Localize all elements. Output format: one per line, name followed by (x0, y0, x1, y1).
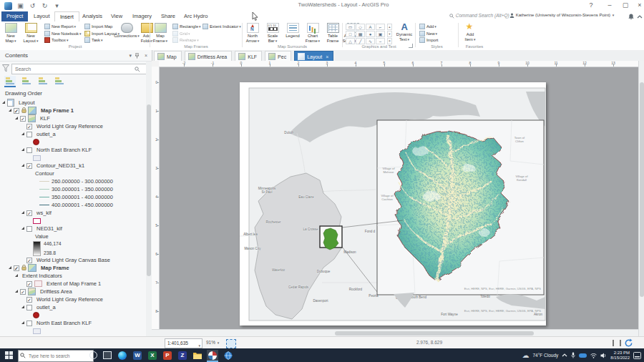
tray-expand-icon[interactable] (562, 353, 567, 357)
ribbon-tab-analysis[interactable]: Analysis (77, 11, 107, 21)
layer-row[interactable]: Value (0, 233, 142, 240)
arcgis-pro-taskbar-icon[interactable] (207, 350, 218, 362)
visibility-checkbox[interactable] (26, 305, 32, 310)
network-icon[interactable] (590, 353, 597, 358)
visibility-checkbox[interactable]: ✓ (14, 108, 19, 114)
picture-button[interactable]: ▦ (356, 31, 365, 37)
visibility-checkbox[interactable] (26, 226, 32, 232)
layer-row[interactable]: ✓ws_klf (0, 209, 142, 217)
weather-text[interactable]: 74°F Cloudy (532, 353, 558, 358)
visibility-checkbox[interactable]: ✓ (26, 297, 32, 303)
notifications-bell-icon[interactable] (628, 14, 634, 20)
table-frame-button[interactable]: TableFrame (323, 23, 342, 43)
north-arrow-button[interactable]: NorthArrow▾ (243, 23, 262, 43)
weather-icon[interactable]: ☁ (522, 351, 529, 359)
expander-icon[interactable] (21, 132, 24, 135)
layer-row[interactable]: ✓Driftless Area (0, 288, 142, 295)
save-icon[interactable]: ▣ (16, 2, 24, 10)
microphone-icon[interactable] (571, 352, 575, 358)
curve-button[interactable]: ∿ (366, 38, 375, 44)
layer-row[interactable]: ✓Map Frame 1 (0, 107, 142, 114)
collapse-ribbon-icon[interactable] (637, 15, 643, 19)
taskbar-search-input[interactable] (18, 350, 94, 362)
new-map-button[interactable]: NewMap▾ (1, 23, 20, 43)
filter-icon[interactable] (2, 64, 9, 72)
expander-icon[interactable] (21, 148, 24, 151)
visibility-checkbox[interactable]: ✓ (20, 116, 26, 122)
expander-icon[interactable] (21, 321, 24, 324)
layer-row[interactable]: ✓World Light Gray Reference (0, 295, 142, 303)
expander-icon[interactable] (21, 211, 24, 214)
swatch-button[interactable]: ▣ (376, 31, 385, 37)
layer-row[interactable]: outlet_a (0, 130, 142, 138)
dialog-launcher-icon[interactable] (409, 44, 413, 48)
task-view-icon[interactable] (102, 350, 113, 361)
layer-row[interactable]: ✓Contour_NED31_k1 (0, 162, 142, 170)
connections-button[interactable]: Connections▾ (117, 23, 136, 43)
redo-icon[interactable]: ↻ (41, 2, 49, 10)
import-button[interactable]: Import (419, 37, 438, 43)
visibility-checkbox[interactable]: ✓ (20, 289, 26, 295)
expander-icon[interactable] (15, 117, 18, 119)
expander-icon[interactable] (21, 227, 24, 230)
expander-icon[interactable] (21, 164, 24, 167)
start-button[interactable] (3, 350, 14, 361)
close-button[interactable]: × (633, 0, 644, 11)
layer-row[interactable]: ✓KLF (0, 114, 142, 122)
layer-row[interactable]: North East Branch KLF (0, 146, 142, 154)
rectangle-button[interactable]: Rectangle▾ (172, 24, 201, 29)
list-by-element-type-icon[interactable] (21, 76, 32, 87)
powerpoint-icon[interactable]: P (162, 350, 173, 361)
visibility-checkbox[interactable]: ✓ (26, 210, 32, 216)
canvas-vertical-scrollbar[interactable] (638, 61, 644, 336)
layer-row[interactable]: ✓Map Frame (0, 264, 142, 272)
text-box-button[interactable]: ▭ (346, 24, 355, 30)
globe-app-icon[interactable] (223, 350, 234, 361)
visibility-checkbox[interactable] (26, 147, 32, 153)
list-map-series-icon[interactable] (54, 76, 65, 87)
pane-close-icon[interactable]: × (145, 53, 147, 58)
notification-center-icon[interactable] (633, 352, 641, 359)
ribbon-tab-project[interactable]: Project (1, 11, 28, 21)
ribbon-tab-layout[interactable]: Layout (29, 11, 55, 21)
app-z-icon[interactable]: Z (177, 350, 188, 361)
visibility-checkbox[interactable]: ✓ (14, 265, 19, 271)
scale-bar-button[interactable]: ScaleBar▾ (263, 23, 282, 43)
layer-row[interactable]: ✓World Light Gray Canvas Base (0, 256, 142, 264)
map-frame-button[interactable]: MapFrame▾ (151, 23, 170, 43)
account-menu[interactable]: Katherine (University of Wisconsin-Steve… (509, 13, 637, 18)
layer-row[interactable]: outlet_a (0, 303, 142, 311)
point-button[interactable]: ● (366, 31, 375, 37)
layer-row[interactable]: Contour (0, 170, 142, 177)
new-notebook-button[interactable]: New Notebook▾ (44, 31, 82, 36)
layer-row[interactable]: ✓World Light Gray Reference (0, 122, 142, 130)
ribbon-tab-arc-hydro[interactable]: Arc Hydro (179, 11, 213, 21)
close-tab-icon[interactable]: × (326, 52, 328, 62)
list-by-selection-icon[interactable] (37, 76, 49, 87)
dynamic-text-button[interactable]: DynamicText▾ (395, 23, 414, 41)
expander-icon[interactable] (15, 290, 18, 293)
edge-icon[interactable] (117, 350, 128, 361)
ribbon-tab-insert[interactable]: Insert (54, 11, 79, 22)
text-leader-button[interactable]: ⌐ (376, 24, 385, 30)
text-button[interactable]: A (366, 24, 375, 30)
expander-icon[interactable] (9, 109, 11, 112)
toolbox-button[interactable]: Toolbox▾ (44, 37, 82, 43)
grid-button[interactable]: Grid▾ (172, 31, 201, 36)
minimize-button[interactable]: – (602, 0, 617, 11)
extent-indicator-button[interactable]: Extent Indicator▾ (203, 24, 241, 29)
visibility-checkbox[interactable] (26, 132, 32, 137)
snapping-icon[interactable] (226, 339, 236, 348)
text-callout-button[interactable]: ◇ (356, 24, 365, 30)
new-layout-button[interactable]: NewLayout▾ (21, 23, 40, 43)
layer-row[interactable]: Extent Indicators (0, 272, 142, 280)
refresh-icon[interactable] (624, 338, 633, 348)
visibility-checkbox[interactable]: ✓ (26, 258, 32, 263)
ribbon-tab-view[interactable]: View (106, 11, 127, 21)
word-icon[interactable]: W (132, 350, 143, 361)
pane-menu-caret-icon[interactable]: ▾ (129, 53, 132, 59)
contents-scrollbar[interactable] (146, 62, 152, 336)
polyline-button[interactable]: ╱ (356, 38, 365, 44)
ribbon-tab-imagery[interactable]: Imagery (127, 11, 157, 21)
visibility-checkbox[interactable]: ✓ (26, 163, 32, 169)
